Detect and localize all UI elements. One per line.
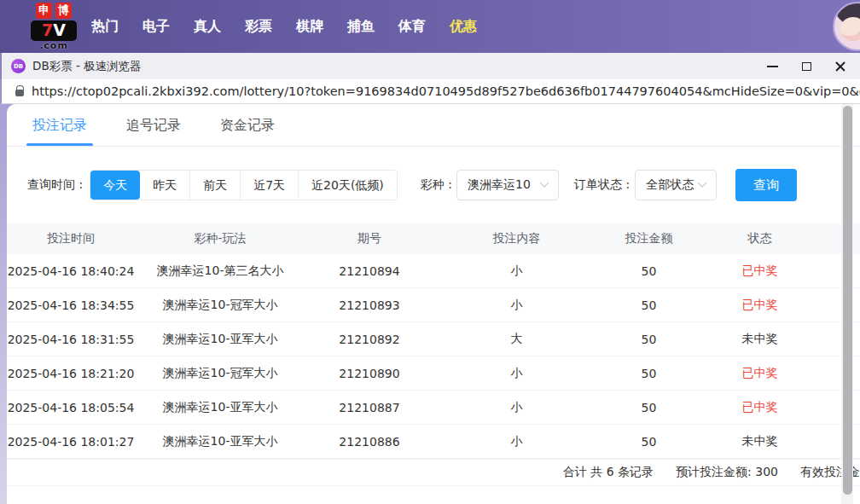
cell-period: 21210893: [305, 298, 433, 312]
time-option-yesterday[interactable]: 昨天: [140, 171, 189, 200]
nav-item-hot[interactable]: 热门: [91, 18, 119, 36]
vertical-scrollbar: [841, 104, 853, 504]
nav-item-live[interactable]: 真人: [194, 18, 221, 36]
cell-time: 2025-04-16 18:40:24: [7, 264, 135, 278]
filter-bar: 查询时间 : 今天昨天前天近7天近20天(低频) 彩种 : 澳洲幸运10 订单状…: [7, 169, 860, 201]
site-nav: 热门电子真人彩票棋牌捕鱼体育优惠: [91, 18, 477, 36]
logo-com: .com: [39, 40, 68, 51]
table-row: 2025-04-16 18:34:55澳洲幸运10-冠军大小21210893小5…: [7, 288, 860, 322]
bet-records-table: 投注时间 彩种-玩法 期号 投注内容 投注金额 状态 2025-04-16 18…: [7, 223, 860, 486]
header-bet-time: 投注时间: [7, 231, 135, 246]
close-button[interactable]: [831, 57, 850, 76]
nav-item-electronic[interactable]: 电子: [142, 18, 170, 36]
cell-period: 21210892: [305, 333, 433, 346]
time-option-today[interactable]: 今天: [90, 171, 140, 200]
window-controls: [763, 57, 850, 76]
minimize-button[interactable]: [763, 57, 782, 76]
cell-time: 2025-04-16 18:34:55: [7, 298, 135, 312]
cell-game: 澳洲幸运10-冠军大小: [135, 298, 305, 313]
header-status: 状态: [698, 231, 822, 246]
nav-item-fishing[interactable]: 捕鱼: [347, 18, 375, 36]
minimize-icon: [767, 66, 778, 67]
status-select-value: 全部状态: [646, 177, 694, 193]
cell-game: 澳洲幸运10-冠军大小: [135, 366, 305, 381]
cell-time: 2025-04-16 18:01:27: [7, 435, 135, 449]
query-button[interactable]: 查询: [735, 169, 797, 201]
summary-expected-amount: 预计投注金额: 300: [676, 465, 778, 480]
cell-content: 小: [433, 366, 600, 381]
cell-amount: 50: [600, 367, 698, 380]
tab-chase-records[interactable]: 追号记录: [126, 105, 181, 146]
tab-fund-records[interactable]: 资金记录: [220, 105, 275, 146]
time-option-last-7[interactable]: 近7天: [240, 171, 298, 200]
table-row: 2025-04-16 18:05:54澳洲幸运10-亚军大小21210887小5…: [7, 391, 860, 425]
cell-amount: 50: [600, 333, 698, 346]
table-row: 2025-04-16 18:31:55澳洲幸运10-亚军大小21210892大5…: [7, 322, 860, 356]
scrollbar-thumb[interactable]: [843, 106, 852, 495]
table-row: 2025-04-16 18:01:27澳洲幸运10-亚军大小21210886小5…: [7, 425, 860, 459]
cell-status: 未中奖: [698, 332, 822, 347]
chevron-down-icon: [539, 178, 549, 188]
cell-content: 小: [433, 298, 600, 313]
logo-7v: 7V: [31, 20, 77, 41]
cell-time: 2025-04-16 18:21:20: [7, 367, 135, 380]
status-filter-label: 订单状态 :: [574, 177, 630, 193]
summary-total: 合计 共 6 条记录: [563, 465, 654, 480]
browser-address-bar[interactable]: https://ctop02pcali.2kbxi392.com/lottery…: [0, 79, 860, 104]
cell-status: 已中奖: [698, 366, 822, 381]
cell-period: 21210890: [305, 367, 433, 380]
nav-item-board[interactable]: 棋牌: [296, 18, 323, 36]
cell-amount: 50: [600, 435, 698, 449]
cell-status: 已中奖: [698, 264, 822, 279]
cell-amount: 50: [600, 401, 698, 414]
time-option-last-20[interactable]: 近20天(低频): [298, 171, 397, 200]
record-tabs: 投注记录 追号记录 资金记录: [7, 104, 860, 147]
time-range-group: 今天昨天前天近7天近20天(低频): [90, 170, 398, 200]
cell-time: 2025-04-16 18:05:54: [7, 401, 135, 414]
lock-icon: [15, 90, 24, 96]
cell-time: 2025-04-16 18:31:55: [7, 333, 135, 346]
table-row: 2025-04-16 18:21:20澳洲幸运10-冠军大小21210890小5…: [7, 356, 860, 391]
tab-bet-records[interactable]: 投注记录: [32, 105, 87, 146]
cell-game: 澳洲幸运10-第三名大小: [135, 264, 305, 279]
cell-amount: 50: [600, 264, 698, 278]
header-period: 期号: [305, 231, 433, 246]
table-summary: 合计 共 6 条记录 预计投注金额: 300 有效投注金: [7, 459, 860, 486]
cell-content: 小: [433, 434, 600, 449]
order-status-select[interactable]: 全部状态: [635, 170, 717, 200]
table-row: 2025-04-16 18:40:24澳洲幸运10-第三名大小21210894小…: [7, 254, 860, 288]
maximize-button[interactable]: [797, 57, 816, 76]
cell-status: 未中奖: [698, 434, 822, 449]
cell-amount: 50: [600, 298, 698, 312]
cell-game: 澳洲幸运10-亚军大小: [135, 332, 305, 347]
site-navbar: 申 博 7V .com 热门电子真人彩票棋牌捕鱼体育优惠: [0, 0, 860, 53]
content-card: 投注记录 追号记录 资金记录 查询时间 : 今天昨天前天近7天近20天(低频) …: [7, 104, 860, 504]
user-avatar[interactable]: [833, 2, 860, 51]
cell-content: 小: [433, 400, 600, 415]
logo-square-1: 申: [36, 3, 52, 19]
url-text: https://ctop02pcali.2kbxi392.com/lottery…: [32, 84, 860, 98]
screen: 申 博 7V .com 热门电子真人彩票棋牌捕鱼体育优惠 DB DB彩票 - 极…: [0, 0, 860, 504]
header-game-play: 彩种-玩法: [135, 231, 305, 246]
time-option-day-before[interactable]: 前天: [189, 171, 240, 200]
page-viewport: 投注记录 追号记录 资金记录 查询时间 : 今天昨天前天近7天近20天(低频) …: [0, 104, 860, 504]
cell-game: 澳洲幸运10-亚军大小: [135, 434, 305, 449]
site-logo[interactable]: 申 博 7V .com: [29, 3, 78, 51]
lottery-filter-label: 彩种 :: [421, 177, 452, 193]
lottery-select[interactable]: 澳洲幸运10: [456, 170, 559, 200]
chevron-down-icon: [698, 178, 707, 188]
lottery-select-value: 澳洲幸运10: [468, 177, 531, 193]
header-bet-amount: 投注金额: [600, 231, 698, 246]
table-body: 2025-04-16 18:40:24澳洲幸运10-第三名大小21210894小…: [7, 254, 860, 459]
nav-item-sports[interactable]: 体育: [398, 18, 426, 36]
app-icon: DB: [11, 59, 26, 73]
logo-squares: 申 博: [36, 3, 72, 19]
cell-content: 大: [433, 332, 600, 347]
logo-square-2: 博: [55, 3, 72, 19]
nav-item-lottery[interactable]: 彩票: [245, 18, 272, 36]
cell-period: 21210894: [305, 264, 433, 278]
nav-item-promo[interactable]: 优惠: [450, 18, 477, 36]
window-title: DB彩票 - 极速浏览器: [32, 59, 142, 74]
cell-period: 21210886: [305, 435, 433, 449]
maximize-icon: [802, 62, 811, 71]
